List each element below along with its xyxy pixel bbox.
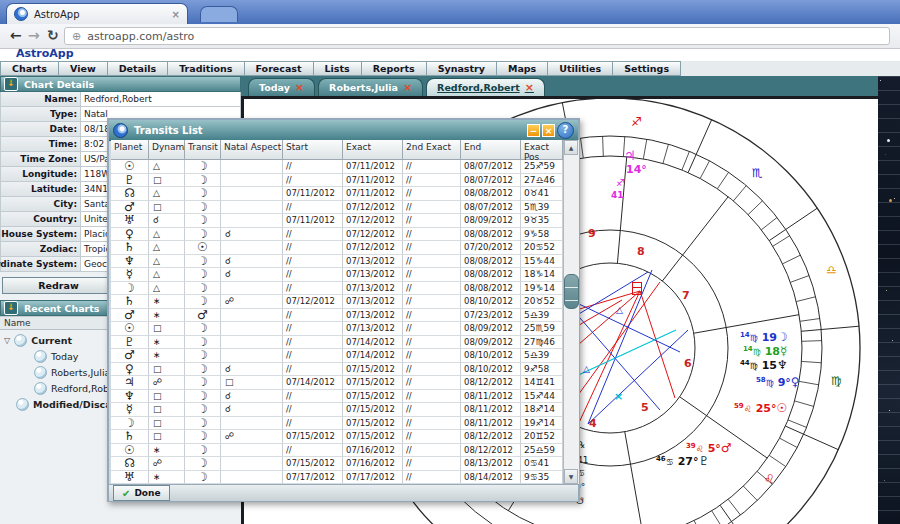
- column-header-natal-aspect[interactable]: Natal Aspect: [221, 140, 283, 160]
- address-bar[interactable]: ⊕ astroapp.com/astro: [64, 27, 890, 45]
- menu-traditions[interactable]: Traditions: [168, 61, 244, 76]
- table-row[interactable]: ☽△☽//07/13/2012//08/08/201219♑14: [111, 282, 563, 296]
- table-row[interactable]: ♀△☽☌//07/12/2012//08/08/20129♑58: [111, 228, 563, 242]
- column-header-planet[interactable]: Planet: [111, 140, 149, 160]
- column-header-start[interactable]: Start: [283, 140, 343, 160]
- table-row[interactable]: ☉□☽//07/13/2012//08/09/201225♏59: [111, 322, 563, 336]
- cell: 25♎59: [521, 444, 563, 458]
- scroll-down-icon[interactable]: ▼: [564, 469, 578, 484]
- menu-settings[interactable]: Settings: [613, 61, 681, 76]
- cell: //: [283, 201, 343, 215]
- tab-close-icon[interactable]: ×: [525, 81, 534, 94]
- chart-tab-label: Redford,Robert: [437, 82, 520, 93]
- cell: ☌: [221, 228, 283, 242]
- cell: 07/11/2012: [283, 187, 343, 201]
- forward-button[interactable]: →: [28, 26, 40, 44]
- cell: //: [283, 309, 343, 323]
- new-tab-button[interactable]: [200, 6, 238, 22]
- column-header-exact[interactable]: Exact: [343, 140, 403, 160]
- menu-utilities[interactable]: Utilities: [548, 61, 613, 76]
- cell: 9♋35: [521, 471, 563, 485]
- column-header-2nd-exact[interactable]: 2nd Exact: [403, 140, 461, 160]
- table-row[interactable]: ☿△☽☌//07/13/2012//08/08/201218♑14: [111, 268, 563, 282]
- back-button[interactable]: ←: [10, 26, 22, 44]
- cell: //: [283, 160, 343, 174]
- done-button[interactable]: ✔ Done: [113, 485, 170, 501]
- tab-close-icon[interactable]: ×: [172, 9, 180, 20]
- table-row[interactable]: ♆△☽☌//07/13/2012//08/08/201215♑44: [111, 255, 563, 269]
- menu-forecast[interactable]: Forecast: [245, 61, 314, 76]
- cell: [221, 160, 283, 174]
- trine-marker: △: [583, 364, 590, 374]
- help-button[interactable]: ?: [557, 122, 574, 139]
- collapse-arrow-icon[interactable]: ↓: [4, 77, 18, 91]
- wheel-planet-label: 14♍ 18☿: [743, 344, 787, 358]
- table-row[interactable]: ☽□☽//07/15/2012//08/11/201219♐14: [111, 417, 563, 431]
- degrees: 18: [761, 345, 780, 358]
- column-header-exact-pos[interactable]: Exact Pos: [521, 140, 563, 160]
- table-row[interactable]: ♅∗☽07/17/201207/17/2012//08/14/20129♋35: [111, 471, 563, 485]
- menu-maps[interactable]: Maps: [497, 61, 548, 76]
- cell: ☿: [111, 268, 149, 282]
- redraw-button[interactable]: Redraw: [2, 277, 115, 294]
- cell: //: [403, 241, 461, 255]
- cell: 08/12/2012: [461, 430, 521, 444]
- chart-ball-icon: [34, 366, 47, 379]
- column-header-end[interactable]: End: [461, 140, 521, 160]
- table-row[interactable]: ☿□☽☌//07/15/2012//08/11/201218♐14: [111, 403, 563, 417]
- menu-details[interactable]: Details: [108, 61, 168, 76]
- chart-tab-roberts-julia[interactable]: Roberts,Julia×: [318, 78, 423, 96]
- chart-tab-today[interactable]: Today×: [248, 78, 315, 96]
- browser-tab[interactable]: AstroApp ×: [6, 3, 188, 24]
- cell: //: [403, 417, 461, 431]
- table-row[interactable]: ♀□☽☌//07/15/2012//08/10/20129♐58: [111, 363, 563, 377]
- menu-lists[interactable]: Lists: [314, 61, 362, 76]
- cell: 08/09/2012: [461, 214, 521, 228]
- table-row[interactable]: ♅☌☽07/11/201207/12/2012//08/09/20129♉35: [111, 214, 563, 228]
- wheel-planet-label: 14♍ 19☽: [740, 330, 788, 344]
- cell: //: [403, 295, 461, 309]
- dialog-scrollbar-track[interactable]: [563, 140, 579, 484]
- menu-view[interactable]: View: [59, 61, 108, 76]
- cell: ♆: [111, 255, 149, 269]
- column-header-dynamic[interactable]: Dynamic: [149, 140, 185, 160]
- cell: [221, 282, 283, 296]
- column-header-transit[interactable]: Transit: [185, 140, 221, 160]
- minimize-button[interactable]: −: [527, 124, 540, 137]
- tab-close-icon[interactable]: ×: [295, 81, 304, 94]
- astroapp-favicon-icon: [14, 7, 28, 21]
- menu-charts[interactable]: Charts: [0, 61, 59, 76]
- reload-button[interactable]: ↻: [47, 26, 59, 44]
- collapse-arrow-icon[interactable]: ↓: [4, 301, 18, 315]
- dialog-title-bar[interactable]: Transits List − × ?: [109, 120, 578, 141]
- table-row[interactable]: ♄△☉//07/12/2012//07/20/201220♋52: [111, 241, 563, 255]
- chart-details-header[interactable]: ↓ Chart Details: [0, 76, 241, 92]
- table-row[interactable]: ♇□☽//07/11/2012//08/07/201227♎46: [111, 174, 563, 188]
- chart-details-title: Chart Details: [24, 79, 94, 90]
- table-row[interactable]: ☊△☽07/11/201207/11/2012//08/08/20120♉41: [111, 187, 563, 201]
- planet-glyph: ♆: [777, 358, 788, 372]
- menu-synastry[interactable]: Synastry: [427, 61, 497, 76]
- scroll-up-icon[interactable]: ▲: [564, 140, 578, 155]
- table-row[interactable]: ☊☍☽07/15/201207/16/2012//08/13/20120♋41: [111, 457, 563, 471]
- table-row[interactable]: ♆□☽☌//07/15/2012//08/11/201215♐44: [111, 390, 563, 404]
- table-row[interactable]: ♂∗♂//07/13/2012//07/23/20125♎39: [111, 309, 563, 323]
- dialog-scrollbar-thumb[interactable]: [564, 274, 579, 309]
- tree-expander-icon[interactable]: ▽: [4, 336, 10, 345]
- table-row[interactable]: ♄□☽☍07/15/201207/15/2012//08/12/201220♊5…: [111, 430, 563, 444]
- tree-item-label: Roberts,Julia: [51, 367, 110, 378]
- tab-close-icon[interactable]: ×: [403, 81, 412, 94]
- zodiac-sign-glyph: ♐: [631, 115, 642, 129]
- dialog-footer: ✔ Done: [109, 484, 578, 501]
- close-button[interactable]: ×: [542, 124, 555, 137]
- table-row[interactable]: ♃☍☽□07/14/201207/15/2012//08/12/201214♊4…: [111, 376, 563, 390]
- table-row[interactable]: ♂∗☽//07/14/2012//08/10/20125♎39: [111, 349, 563, 363]
- menu-reports[interactable]: Reports: [362, 61, 427, 76]
- table-row[interactable]: ♂□☽//07/12/2012//08/07/20125♏39: [111, 201, 563, 215]
- table-row[interactable]: ☉∗☽//07/16/2012//08/12/201225♎59: [111, 444, 563, 458]
- table-row[interactable]: ♄∗☽☍07/12/201207/13/2012//08/10/201220♉5…: [111, 295, 563, 309]
- table-row[interactable]: ☉△☽//07/11/2012//08/07/201225♐59: [111, 160, 563, 174]
- table-row[interactable]: ♇∗☽//07/14/2012//08/09/201227♍46: [111, 336, 563, 350]
- chart-tab-redford-robert[interactable]: Redford,Robert×: [426, 78, 545, 96]
- chart-ball-icon: [16, 398, 29, 411]
